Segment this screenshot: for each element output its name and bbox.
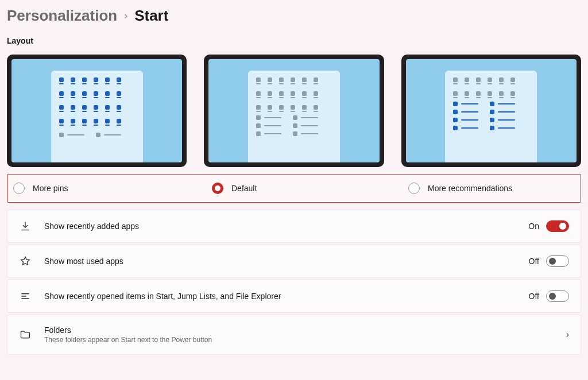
toggle-state-label: On: [528, 222, 539, 231]
layout-section-label: Layout: [7, 36, 581, 45]
layout-radio-default[interactable]: Default: [212, 183, 408, 194]
toggle-switch[interactable]: [546, 220, 569, 232]
page-title: Start: [134, 7, 168, 25]
setting-most-used[interactable]: Show most used apps Off: [7, 245, 581, 278]
toggle-switch[interactable]: [546, 290, 569, 302]
layout-preview-more-recommendations[interactable]: [401, 55, 581, 167]
layout-radio-more-pins[interactable]: More pins: [13, 183, 212, 194]
download-icon: [19, 220, 32, 232]
toggle-state-label: Off: [529, 257, 539, 266]
toggle-switch[interactable]: [546, 255, 569, 267]
radio-icon: [408, 183, 420, 194]
setting-subtitle: These folders appear on Start next to th…: [44, 336, 554, 344]
radio-label: More pins: [33, 184, 68, 193]
breadcrumb: Personalization › Start: [7, 7, 581, 25]
setting-recently-opened[interactable]: Show recently opened items in Start, Jum…: [7, 280, 581, 313]
setting-folders[interactable]: Folders These folders appear on Start ne…: [7, 315, 581, 355]
radio-label: Default: [231, 184, 257, 193]
chevron-right-icon: ›: [124, 10, 127, 22]
setting-label: Show recently added apps: [44, 222, 516, 231]
setting-label: Folders: [44, 325, 554, 335]
chevron-right-icon: ›: [566, 329, 569, 340]
breadcrumb-parent[interactable]: Personalization: [7, 7, 117, 25]
star-icon: [19, 255, 32, 267]
radio-icon: [212, 183, 223, 194]
setting-label: Show recently opened items in Start, Jum…: [44, 292, 516, 301]
layout-previews: [7, 55, 581, 167]
settings-list: Show recently added apps On Show most us…: [7, 210, 581, 355]
list-icon: [19, 290, 32, 302]
folder-icon: [19, 329, 32, 340]
setting-label: Show most used apps: [44, 257, 516, 266]
layout-radio-more-recommendations[interactable]: More recommendations: [408, 183, 575, 194]
radio-label: More recommendations: [428, 184, 512, 193]
radio-icon: [13, 183, 25, 194]
toggle-state-label: Off: [529, 292, 539, 301]
setting-recently-added[interactable]: Show recently added apps On: [7, 210, 581, 243]
layout-radio-group: More pins Default More recommendations: [7, 174, 581, 203]
layout-preview-default[interactable]: [204, 55, 384, 167]
layout-preview-more-pins[interactable]: [7, 55, 187, 167]
